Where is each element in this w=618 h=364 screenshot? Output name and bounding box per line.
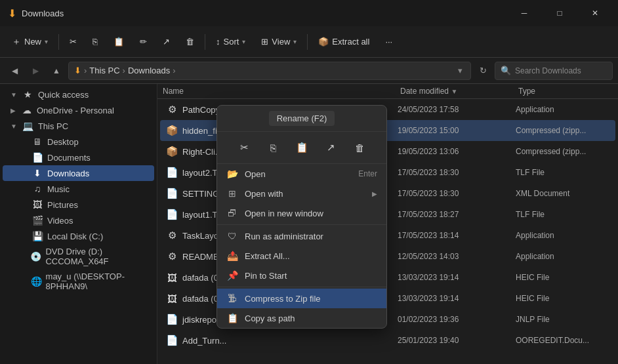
copy-icon: ⎘: [93, 37, 98, 47]
ctx-cut-btn[interactable]: ✂: [234, 137, 255, 158]
cut-button[interactable]: ✂: [63, 33, 83, 51]
context-menu: Rename (F2) ✂ ⎘ 📋 ↗ 🗑 📂 Open Enter ⊞ Ope…: [216, 105, 387, 329]
file-icon: 🖼: [165, 293, 178, 304]
ctx-paste-btn[interactable]: 📋: [291, 137, 312, 158]
ctx-item-label: Compress to Zip file: [245, 294, 321, 304]
sidebar-item-quick-access[interactable]: ▼ ★ Quick access: [3, 87, 154, 102]
toolbar-separator-2: [205, 34, 205, 50]
delete-button[interactable]: 🗑: [179, 33, 201, 51]
file-date: 01/02/2023 19:36: [392, 315, 510, 324]
file-type: Application: [510, 105, 615, 114]
file-type: Compressed (zipp...: [510, 147, 615, 156]
maximize-button[interactable]: □: [545, 3, 575, 24]
sidebar-item-videos[interactable]: 🎬 Videos: [3, 212, 154, 228]
share-icon: ↗: [163, 37, 170, 47]
ctx-separator: [217, 287, 386, 287]
refresh-button[interactable]: ↻: [474, 62, 492, 80]
paste-button[interactable]: 📋: [107, 33, 131, 51]
sidebar-item-label: Videos: [47, 216, 73, 226]
toolbar-separator-3: [307, 34, 308, 50]
folder-icon: ★: [22, 89, 34, 100]
path-this-pc[interactable]: This PC: [89, 66, 119, 75]
file-icon: 🖼: [165, 272, 178, 283]
main-area: ▼ ★ Quick access ▶ ☁ OneDrive - Personal…: [0, 84, 618, 364]
file-type: TLF File: [510, 210, 615, 219]
sidebar-item-music[interactable]: ♫ Music: [3, 181, 154, 197]
file-list-header: Name Date modified ▼ Type: [157, 84, 618, 99]
path-dropdown-button[interactable]: ▾: [455, 66, 465, 75]
table-row[interactable]: 📄 Add_Turn... 25/01/2023 19:40 OOREGEDIT…: [160, 330, 615, 351]
sort-button[interactable]: ↕ Sort ▾: [209, 33, 252, 51]
file-type: HEIC File: [510, 294, 615, 303]
ctx-item-label: Pin to Start: [245, 271, 287, 281]
share-button[interactable]: ↗: [156, 33, 176, 51]
ctx-item-icon: 🗜: [226, 293, 238, 304]
new-button[interactable]: ＋ New ▾: [5, 32, 54, 52]
file-icon: 📦: [165, 125, 178, 136]
sidebar-item-pictures[interactable]: 🖼 Pictures: [3, 197, 154, 212]
view-button[interactable]: ⊞ View ▾: [255, 33, 303, 51]
extract-button[interactable]: 📦 Extract all: [312, 33, 376, 51]
folder-icon: 🖥: [31, 136, 43, 147]
toolbar: ＋ New ▾ ✂ ⎘ 📋 ✏ ↗ 🗑 ↕ Sort ▾ ⊞ View ▾ 📦 …: [0, 26, 618, 58]
sidebar-item-label: Quick access: [38, 90, 89, 100]
ctx-item-run-as-administrator[interactable]: 🛡 Run as administrator: [217, 226, 386, 246]
file-icon: 📄: [165, 209, 178, 220]
back-button[interactable]: ◀: [5, 62, 24, 80]
rename-button[interactable]: ✏: [133, 33, 154, 51]
extract-icon: 📦: [318, 37, 329, 47]
ctx-item-icon: 🗗: [226, 208, 238, 218]
chevron-icon: ▶: [10, 107, 16, 114]
sidebar-item-this-pc[interactable]: ▼ 💻 This PC: [3, 118, 154, 134]
address-bar: ◀ ▶ ▲ ⬇ › This PC › Downloads › ▾ ↻ 🔍: [0, 58, 618, 84]
ctx-item-icon: ⊞: [226, 188, 238, 199]
sidebar-item-label: may_u (\\DESKTOP-8PHHAN9\: [46, 272, 149, 291]
minimize-button[interactable]: ─: [509, 3, 539, 24]
ctx-item-compress-to-zip-file[interactable]: 🗜 Compress to Zip file: [217, 289, 386, 308]
folder-icon: 💿: [30, 251, 41, 262]
sidebar-item-downloads[interactable]: ⬇ Downloads: [3, 165, 154, 181]
forward-button[interactable]: ▶: [26, 62, 45, 80]
sidebar-item-documents[interactable]: 📄 Documents: [3, 150, 154, 165]
ctx-item-open[interactable]: 📂 Open Enter: [217, 164, 386, 184]
file-type: Compressed (zipp...: [510, 126, 615, 135]
ctx-item-copy-as-path[interactable]: 📋 Copy as path: [217, 308, 386, 328]
col-date-header[interactable]: Date modified ▼: [395, 87, 513, 96]
path-bar[interactable]: ⬇ › This PC › Downloads › ▾: [68, 62, 471, 80]
sidebar-item-local-disk[interactable]: 💾 Local Disk (C:): [3, 228, 154, 244]
copy-button[interactable]: ⎘: [86, 33, 104, 51]
file-type: TLF File: [510, 168, 615, 177]
path-chevron-3: ›: [173, 66, 175, 75]
sidebar-item-desktop[interactable]: 🖥 Desktop: [3, 134, 154, 150]
file-icon: 📄: [165, 167, 178, 178]
sidebar-item-onedrive[interactable]: ▶ ☁ OneDrive - Personal: [3, 102, 154, 118]
path-downloads[interactable]: Downloads: [128, 66, 170, 75]
ctx-item-label: Extract All...: [245, 251, 290, 261]
ctx-item-open-in-new-window[interactable]: 🗗 Open in new window: [217, 203, 386, 223]
ctx-item-extract-all...[interactable]: 📤 Extract All...: [217, 246, 386, 266]
file-icon: 📄: [165, 188, 178, 199]
sidebar-item-dvd-drive[interactable]: 💿 DVD Drive (D:) CCCOMA_X64F: [3, 244, 154, 269]
file-date: 25/01/2023 19:40: [392, 336, 510, 345]
ctx-share-btn[interactable]: ↗: [320, 137, 341, 158]
ctx-copy-btn[interactable]: ⎘: [262, 137, 283, 158]
cut-icon: ✂: [70, 37, 77, 47]
path-icon: ⬇: [74, 66, 81, 75]
sidebar-item-may-u[interactable]: 🌐 may_u (\\DESKTOP-8PHHAN9\: [3, 269, 154, 294]
file-icon: ⚙: [165, 230, 178, 241]
file-icon: 📄: [165, 313, 178, 325]
ctx-item-pin-to-start[interactable]: 📌 Pin to Start: [217, 266, 386, 285]
search-input[interactable]: [515, 66, 607, 75]
close-button[interactable]: ✕: [580, 3, 610, 24]
ctx-delete-btn[interactable]: 🗑: [349, 137, 370, 158]
path-chevron-2: ›: [123, 66, 125, 75]
search-box[interactable]: 🔍: [495, 62, 613, 80]
file-icon: ⚙: [165, 104, 178, 115]
sidebar-item-label: Downloads: [47, 169, 89, 178]
path-chevron-1: ›: [84, 66, 87, 75]
ctx-item-label: Open in new window: [245, 209, 323, 218]
more-button[interactable]: ···: [379, 33, 399, 51]
ctx-item-open-with[interactable]: ⊞ Open with ▶: [217, 184, 386, 203]
col-name-header[interactable]: Name: [157, 87, 395, 96]
up-button[interactable]: ▲: [47, 62, 66, 80]
